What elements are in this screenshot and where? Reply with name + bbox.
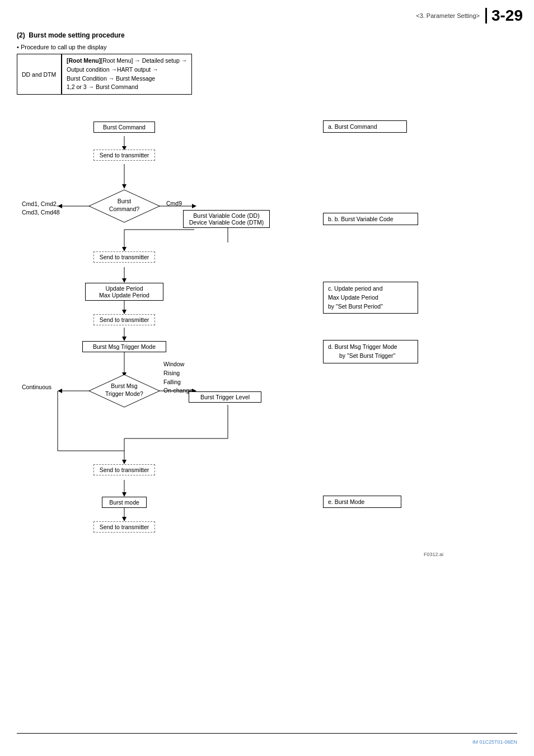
section-title: (2) Burst mode setting procedure <box>17 31 517 39</box>
svg-marker-17 <box>122 337 127 341</box>
burst-mode-box: Burst mode <box>102 497 147 508</box>
footer-line <box>17 733 517 734</box>
step2-text: Output condition →HART output → <box>67 66 158 73</box>
diamond-label-burst: Burst Command? <box>88 198 161 213</box>
send-transmitter-4: Send to transmitter <box>93 464 155 475</box>
svg-marker-29 <box>122 460 127 464</box>
burst-command-box: Burst Command <box>93 122 155 133</box>
main-content: (2) Burst mode setting procedure • Proce… <box>0 26 534 619</box>
window-label: Window Rising Falling On-change <box>163 360 193 395</box>
ref-b-box: b. b. Burst Variable Code <box>323 213 418 225</box>
svg-marker-7 <box>192 204 196 208</box>
dd-dtm-label: DD and DTM <box>17 54 62 95</box>
fig-label: F0312.ai <box>424 552 443 557</box>
diagram-container: Burst Command Send to transmitter Burst … <box>21 104 513 608</box>
ref-e-box: e. Burst Mode <box>323 496 401 508</box>
section-header: <3. Parameter Setting> <box>416 12 480 19</box>
svg-marker-21 <box>58 389 62 393</box>
svg-marker-11 <box>122 247 127 251</box>
step1-text: [Root Menu] → Detailed setup → <box>101 57 187 64</box>
footer-doc: IM 01C25T01-06EN <box>472 739 517 745</box>
burst-trigger-level-box: Burst Trigger Level <box>189 391 261 403</box>
diamond-burst-command: Burst Command? <box>88 189 161 223</box>
ref-b-label: b. <box>328 216 335 222</box>
send-transmitter-1: Send to transmitter <box>93 150 155 161</box>
svg-marker-33 <box>122 517 127 521</box>
diamond-label-msg: Burst Msg Trigger Mode? <box>88 382 161 398</box>
step3-text: Burst Condition → Burst Message <box>67 75 155 82</box>
cmd9-label: Cmd9 <box>166 200 182 207</box>
svg-marker-31 <box>122 492 127 497</box>
root-menu-bold: [Root Menu] <box>67 57 101 64</box>
svg-marker-15 <box>122 310 127 314</box>
burst-variable-code-box: Burst Variable Code (DD) Device Variable… <box>183 210 270 228</box>
procedure-box: DD and DTM [Root Menu][Root Menu] → Deta… <box>17 54 517 95</box>
page-header: <3. Parameter Setting> 3-29 <box>0 0 534 26</box>
ref-d-box: d. Burst Msg Trigger Mode by "Set Burst … <box>323 340 418 363</box>
ref-c-box: c. Update period and Max Update Period b… <box>323 282 418 314</box>
svg-marker-13 <box>122 278 127 283</box>
send-transmitter-3: Send to transmitter <box>93 314 155 325</box>
send-transmitter-2: Send to transmitter <box>93 251 155 263</box>
send-transmitter-5: Send to transmitter <box>93 521 155 533</box>
ref-a-box: a. Burst Command <box>323 120 407 133</box>
diamond-burst-msg: Burst Msg Trigger Mode? <box>88 374 161 408</box>
page-number: 3-29 <box>485 8 523 24</box>
procedure-label: • Procedure to call up the display <box>17 44 517 50</box>
procedure-steps: [Root Menu][Root Menu] → Detailed setup … <box>62 54 192 95</box>
step4-text: 1,2 or 3 → Burst Command <box>67 83 138 90</box>
cmd1-label: Cmd1, Cmd2, Cmd3, Cmd48 <box>22 200 60 216</box>
update-period-box: Update Period Max Update Period <box>85 283 163 301</box>
burst-msg-trigger-mode-box: Burst Msg Trigger Mode <box>82 341 166 352</box>
svg-marker-3 <box>122 184 127 189</box>
continuous-label: Continuous <box>22 384 51 390</box>
